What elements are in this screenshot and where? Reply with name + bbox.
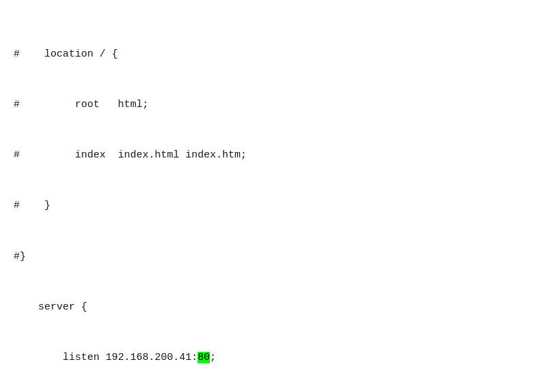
code-viewer: # location / { # root html; # index inde… [0, 7, 535, 392]
code-line-3: # index index.html index.htm; [14, 147, 521, 164]
code-line-6: server { [14, 299, 521, 316]
code-line-1: # location / { [14, 46, 521, 63]
code-line-7: listen 192.168.200.41:80; [14, 350, 521, 367]
code-line-4: # } [14, 198, 521, 215]
code-line-5: #} [14, 249, 521, 266]
highlighted-port: 80 [198, 352, 210, 363]
code-line-2: # root html; [14, 97, 521, 114]
